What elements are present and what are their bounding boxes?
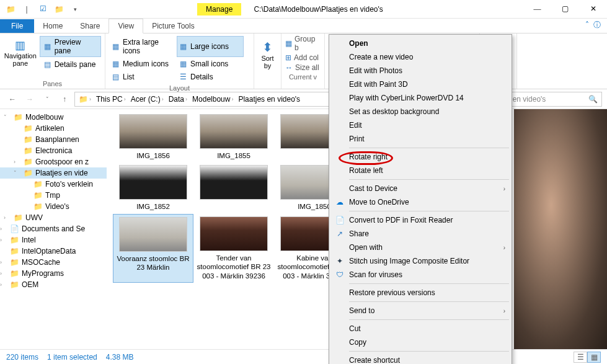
breadcrumb[interactable]: This PC› xyxy=(94,95,128,104)
history-dropdown[interactable]: ˅ xyxy=(40,92,55,107)
file-thumbnail[interactable] xyxy=(193,162,274,213)
tree-item[interactable]: ›📁UWV xyxy=(0,212,107,223)
ctx-scan[interactable]: 🛡Scan for viruses xyxy=(330,268,510,282)
contextual-tab-manage[interactable]: Manage xyxy=(197,3,241,16)
tab-home[interactable]: Home xyxy=(34,19,71,33)
sort-icon: ⬍ xyxy=(258,36,277,55)
tree-item[interactable]: 📁Artikelen xyxy=(0,123,107,134)
tree-item[interactable]: ›📁Grootspoor en z xyxy=(0,156,107,167)
ctx-restore[interactable]: Restore previous versions xyxy=(330,286,510,300)
layout-small-icons[interactable]: ▦Small icons xyxy=(177,58,244,70)
ctx-create-shortcut[interactable]: Create shortcut xyxy=(330,353,510,364)
add-columns-button[interactable]: ⊞Add col xyxy=(285,53,321,62)
tree-item[interactable]: ›📁MyPrograms xyxy=(0,268,107,279)
file-thumbnail[interactable]: Vooraanz stoomloc BR 23 Märklin xyxy=(113,214,193,283)
tree-item[interactable]: 📁Tmp xyxy=(0,190,107,201)
tree-item[interactable]: 📁Baanplannen xyxy=(0,134,107,145)
ctx-print[interactable]: Print xyxy=(330,132,510,146)
ctx-foxit[interactable]: 📄Convert to PDF in Foxit Reader xyxy=(330,213,510,227)
tree-item[interactable]: ›📁OEM xyxy=(0,279,107,290)
ctx-separator xyxy=(349,283,509,284)
breadcrumb[interactable]: Modelbouw› xyxy=(190,95,236,104)
ctx-open[interactable]: Open xyxy=(330,37,510,50)
tree-item[interactable]: ˅📁Modelbouw xyxy=(0,112,107,123)
layout-medium-icons[interactable]: ▦Medium icons xyxy=(109,58,176,70)
tab-picture-tools[interactable]: Picture Tools xyxy=(143,19,203,33)
thumbnail-image xyxy=(119,165,187,200)
navigation-pane-button[interactable]: ▥ Navigation pane xyxy=(4,36,37,71)
details-pane-button[interactable]: ▤Details pane xyxy=(40,58,101,71)
title-bar: 📁 | ☑ 📁 ▾ Manage C:\Data\Modelbouw\Plaat… xyxy=(0,0,607,19)
tree-item-current[interactable]: ˅📁Plaatjes en vide xyxy=(0,167,107,179)
breadcrumb[interactable]: Data› xyxy=(166,95,190,104)
file-thumbnail[interactable]: IMG_1852 xyxy=(113,162,193,213)
ctx-rotate-right[interactable]: Rotate right xyxy=(330,150,510,164)
ctx-open-with[interactable]: Open with› xyxy=(330,241,510,254)
minimize-button[interactable]: — xyxy=(523,0,551,18)
ctx-stitch[interactable]: ✦Stitch using Image Composite Editor xyxy=(330,254,510,268)
ctx-set-background[interactable]: Set as desktop background xyxy=(330,105,510,118)
ctx-create-video[interactable]: Create a new video xyxy=(330,50,510,64)
ctx-rotate-left[interactable]: Rotate left xyxy=(330,164,510,177)
thumbnails-view-button[interactable]: ▦ xyxy=(587,352,601,363)
chevron-right-icon: › xyxy=(503,185,505,192)
thumbnail-image xyxy=(200,165,268,200)
tree-item[interactable]: 📁IntelOptaneData xyxy=(0,246,107,257)
ctx-send-to[interactable]: Send to› xyxy=(330,304,510,317)
tree-item[interactable]: 📁Electronica xyxy=(0,145,107,156)
layout-details[interactable]: ☰Details xyxy=(177,71,244,83)
tab-view[interactable]: View xyxy=(109,19,143,33)
status-selected: 1 item selected xyxy=(47,353,97,362)
layout-large-icons[interactable]: ▦Large icons xyxy=(177,36,244,57)
properties-icon[interactable]: ☑ xyxy=(36,2,50,16)
forward-button[interactable]: → xyxy=(22,92,37,107)
file-thumbnail[interactable]: IMG_1855 xyxy=(193,112,274,162)
sort-by-button[interactable]: ⬍ Sort by xyxy=(254,33,281,89)
back-button[interactable]: ← xyxy=(5,92,20,107)
context-menu: Open Create a new video Edit with Photos… xyxy=(329,34,512,364)
file-thumbnail[interactable]: IMG_1856 xyxy=(113,112,193,162)
thumbnail-image xyxy=(119,217,187,252)
ctx-edit-photos[interactable]: Edit with Photos xyxy=(330,64,510,78)
qat-customize-icon[interactable]: ▾ xyxy=(68,2,82,16)
thumbnail-image xyxy=(200,114,268,149)
ribbon-help-icon[interactable]: ˄ ⓘ xyxy=(579,17,607,33)
navigation-tree[interactable]: ˅📁Modelbouw 📁Artikelen 📁Baanplannen 📁Ele… xyxy=(0,109,107,349)
ctx-separator xyxy=(349,211,509,211)
ctx-onedrive[interactable]: ☁Move to OneDrive xyxy=(330,195,510,209)
folder-icon[interactable]: 📁 xyxy=(4,2,17,16)
size-columns-button[interactable]: ↔Size all xyxy=(285,63,321,72)
tree-item[interactable]: 📁Video's xyxy=(0,201,107,212)
preview-pane-icon: ▦ xyxy=(44,42,51,51)
status-bar: 220 items 1 item selected 4.38 MB ☰ ▦ xyxy=(0,349,607,364)
ctx-powerdvd[interactable]: Play with CyberLink PowerDVD 14 xyxy=(330,91,510,105)
ctx-share[interactable]: ↗Share xyxy=(330,227,510,241)
breadcrumb[interactable]: Acer (C:)› xyxy=(128,95,166,104)
details-view-button[interactable]: ☰ xyxy=(574,352,587,363)
tree-item[interactable]: ›📁MSOCache xyxy=(0,257,107,268)
close-button[interactable]: ✕ xyxy=(579,0,607,18)
ice-icon: ✦ xyxy=(334,257,345,265)
group-by-button[interactable]: ▦Group b xyxy=(285,35,321,52)
file-thumbnail[interactable]: Tender van stoomlocomotief BR 23 003 - M… xyxy=(193,214,274,283)
ctx-separator xyxy=(349,319,509,320)
thumbnail-label: IMG_1855 xyxy=(197,149,271,160)
tree-item[interactable]: ›📄Documents and Se xyxy=(0,223,107,234)
tree-item[interactable]: 📁Foto's verklein xyxy=(0,179,107,190)
preview-pane-button[interactable]: ▦Preview pane xyxy=(40,36,101,57)
breadcrumb[interactable]: Plaatjes en video's xyxy=(236,95,303,104)
ctx-cut[interactable]: Cut xyxy=(330,322,510,335)
file-tab[interactable]: File xyxy=(0,19,34,33)
share-icon: ↗ xyxy=(334,229,345,238)
layout-list[interactable]: ▤List xyxy=(109,71,176,83)
tab-share[interactable]: Share xyxy=(71,19,109,33)
ctx-paint3d[interactable]: Edit with Paint 3D xyxy=(330,78,510,91)
ctx-edit[interactable]: Edit xyxy=(330,118,510,132)
ctx-cast[interactable]: Cast to Device› xyxy=(330,182,510,195)
layout-extra-large-icons[interactable]: ▦Extra large icons xyxy=(109,36,176,57)
maximize-button[interactable]: ▢ xyxy=(551,0,579,18)
up-button[interactable]: ↑ xyxy=(57,92,72,107)
new-folder-icon[interactable]: 📁 xyxy=(52,2,66,16)
ctx-copy[interactable]: Copy xyxy=(330,335,510,349)
tree-item[interactable]: ›📁Intel xyxy=(0,234,107,246)
